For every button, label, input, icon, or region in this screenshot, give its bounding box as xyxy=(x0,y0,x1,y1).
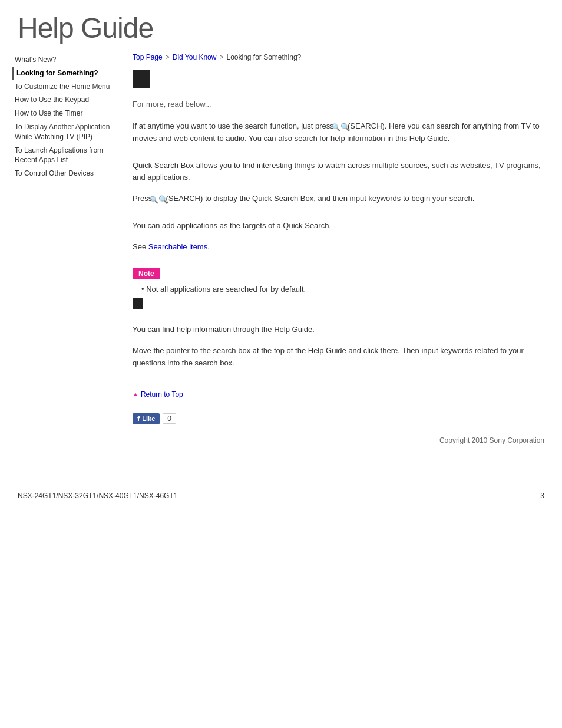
paragraph-help-guide-1: You can find help information through th… xyxy=(133,324,550,336)
facebook-like-button[interactable]: f Like xyxy=(133,413,160,424)
search-icon-2: 🔍 xyxy=(154,196,164,205)
searchable-items-link[interactable]: Searchable items xyxy=(148,242,207,251)
breadcrumb-did-you-know[interactable]: Did You Know xyxy=(173,53,217,61)
sidebar-item-whats-new[interactable]: What's New? xyxy=(12,53,115,67)
paragraph-quick-search-1: Quick Search Box allows you to find inte… xyxy=(133,160,550,185)
sidebar-item-customize-home[interactable]: To Customize the Home Menu xyxy=(12,80,115,94)
footer-page: 3 xyxy=(540,492,544,500)
section-quick-search: Quick Search Box allows you to find inte… xyxy=(133,160,550,205)
section-searchable: You can add applications as the targets … xyxy=(133,220,550,253)
section-search-intro: If at anytime you want to use the search… xyxy=(133,120,550,145)
paragraph-see-searchable: See Searchable items. xyxy=(133,241,550,253)
sidebar-item-looking-for-something[interactable]: Looking for Something? xyxy=(12,67,115,80)
page-title: Help Guide xyxy=(18,12,544,44)
paragraph-help-guide-2: Move the pointer to the search box at th… xyxy=(133,345,550,370)
search-icon: 🔍 xyxy=(336,123,345,133)
footer-model: NSX-24GT1/NSX-32GT1/NSX-40GT1/NSX-46GT1 xyxy=(18,492,177,500)
header-image xyxy=(133,70,150,88)
breadcrumb-sep-1: > xyxy=(166,53,170,61)
page-header: Help Guide xyxy=(0,0,562,53)
note-image xyxy=(133,298,143,309)
footer: NSX-24GT1/NSX-32GT1/NSX-40GT1/NSX-46GT1 … xyxy=(0,480,562,512)
sidebar: What's New? Looking for Something? To Cu… xyxy=(12,53,121,424)
sidebar-item-launch-apps[interactable]: To Launch Applications from Recent Apps … xyxy=(12,144,115,167)
like-label: Like xyxy=(142,415,155,422)
breadcrumb: Top Page > Did You Know > Looking for So… xyxy=(133,53,550,61)
content-area: Top Page > Did You Know > Looking for So… xyxy=(121,53,550,424)
main-layout: What's New? Looking for Something? To Cu… xyxy=(0,53,562,424)
paragraph-search-intro: If at anytime you want to use the search… xyxy=(133,120,550,145)
paragraph-quick-search-2: Press 🔍 (SEARCH) to display the Quick Se… xyxy=(133,193,550,205)
sidebar-item-use-timer[interactable]: How to Use the Timer xyxy=(12,107,115,120)
for-more-text: For more, read below... xyxy=(133,100,550,108)
return-to-top-link[interactable]: Return to Top xyxy=(133,390,183,398)
sidebar-item-display-another[interactable]: To Display Another Application While Wat… xyxy=(12,120,115,144)
sidebar-item-control-other[interactable]: To Control Other Devices xyxy=(12,167,115,180)
copyright-text: Copyright 2010 Sony Corporation xyxy=(0,436,562,444)
section-help-guide: You can find help information through th… xyxy=(133,324,550,369)
note-label: Note xyxy=(133,268,160,279)
paragraph-add-apps: You can add applications as the targets … xyxy=(133,220,550,232)
breadcrumb-sep-2: > xyxy=(219,53,223,61)
like-count: 0 xyxy=(163,413,176,424)
facebook-icon: f xyxy=(137,414,140,423)
breadcrumb-top-page[interactable]: Top Page xyxy=(133,53,163,61)
note-section: Note Not all applications are searched f… xyxy=(133,268,550,309)
breadcrumb-current: Looking for Something? xyxy=(226,53,301,61)
note-bullet-item: Not all applications are searched for by… xyxy=(133,284,550,296)
sidebar-item-use-keypad[interactable]: How to Use the Keypad xyxy=(12,93,115,107)
like-area: f Like 0 xyxy=(133,413,550,424)
